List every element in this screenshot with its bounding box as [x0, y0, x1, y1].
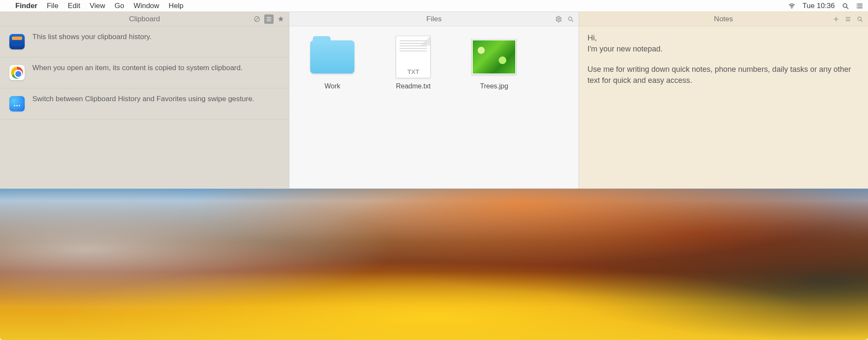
clipboard-title: Clipboard — [129, 15, 160, 23]
spotlight-search-icon[interactable] — [842, 2, 849, 10]
files-title: Files — [426, 15, 442, 23]
svg-line-2 — [846, 7, 848, 9]
notes-search-icon[interactable] — [855, 14, 865, 24]
files-body: Work TXT Readme.txt Trees.jpg — [289, 26, 578, 188]
wifi-status-icon[interactable] — [788, 2, 796, 10]
menubar-left: Finder File Edit View Go Window Help — [4, 2, 183, 10]
svg-point-0 — [791, 8, 792, 8]
notes-list-icon[interactable] — [843, 14, 853, 24]
notes-tools — [831, 12, 865, 26]
notification-center-icon[interactable] — [856, 2, 864, 10]
file-item-image[interactable]: Trees.jpg — [466, 37, 522, 90]
clipboard-pane: Clipboard This list shows your clipboard… — [0, 12, 289, 188]
svg-point-7 — [857, 6, 857, 6]
note-greeting: Hi, — [588, 34, 597, 42]
menu-help[interactable]: Help — [168, 2, 183, 10]
utility-shelf: Clipboard This list shows your clipboard… — [0, 12, 868, 189]
notes-body[interactable]: Hi, I'm your new notepad. Use me for wri… — [579, 26, 868, 188]
folder-icon — [309, 37, 356, 76]
clipboard-item-text: When you open an item, its content is co… — [32, 63, 243, 80]
clipboard-item[interactable]: Switch between Clipboard History and Fav… — [0, 88, 289, 119]
file-label: Readme.txt — [396, 82, 431, 90]
file-label: Trees.jpg — [480, 82, 508, 90]
files-settings-icon[interactable] — [554, 14, 563, 24]
clipboard-item-text: This list shows your clipboard history. — [32, 32, 151, 49]
svg-point-6 — [857, 3, 857, 4]
files-search-icon[interactable] — [566, 14, 575, 24]
file-item-text[interactable]: TXT Readme.txt — [385, 37, 441, 90]
chrome-app-icon — [9, 65, 25, 80]
svg-point-8 — [857, 7, 857, 8]
clipboard-body: This list shows your clipboard history. … — [0, 26, 289, 188]
svg-point-1 — [843, 3, 847, 7]
notes-pane: Notes Hi, I'm your new notepad. Use me f… — [579, 12, 868, 188]
notes-title: Notes — [714, 15, 733, 23]
files-grid: Work TXT Readme.txt Trees.jpg — [289, 26, 578, 101]
files-pane: Files Work — [289, 12, 578, 188]
clipboard-item[interactable]: This list shows your clipboard history. — [0, 26, 289, 57]
clipboard-header: Clipboard — [0, 12, 289, 26]
files-header: Files — [289, 12, 578, 26]
note-line: Hi, I'm your new notepad. — [588, 32, 859, 54]
macos-menubar: Finder File Edit View Go Window Help Tue… — [0, 0, 868, 12]
clipboard-list-view-icon[interactable] — [264, 14, 274, 24]
text-file-icon: TXT — [390, 37, 437, 76]
svg-line-10 — [255, 17, 259, 21]
menu-file[interactable]: File — [47, 2, 58, 10]
menu-go[interactable]: Go — [114, 2, 124, 10]
note-paragraph: Use me for writing down quick notes, pho… — [588, 64, 859, 86]
notes-add-icon[interactable] — [831, 14, 841, 24]
file-label: Work — [325, 82, 340, 90]
clipboard-favorites-icon[interactable] — [276, 14, 286, 24]
menu-window[interactable]: Window — [134, 2, 159, 10]
menu-view[interactable]: View — [90, 2, 106, 10]
note-intro: I'm your new notepad. — [588, 45, 663, 53]
clipboard-tools — [252, 12, 286, 26]
file-item-folder[interactable]: Work — [305, 37, 360, 90]
wallet-app-icon — [9, 34, 25, 49]
file-extension-badge: TXT — [396, 68, 430, 75]
svg-point-14 — [558, 18, 560, 20]
files-tools — [554, 12, 575, 26]
clipboard-item[interactable]: When you open an item, its content is co… — [0, 57, 289, 88]
desktop-wallpaper — [0, 189, 868, 340]
image-file-icon — [471, 37, 517, 76]
menubar-right: Tue 10:36 — [788, 2, 864, 10]
notes-header: Notes — [579, 12, 868, 26]
menu-edit[interactable]: Edit — [68, 2, 80, 10]
menubar-clock[interactable]: Tue 10:36 — [802, 2, 835, 10]
svg-point-22 — [858, 17, 861, 20]
svg-point-15 — [568, 17, 572, 20]
messages-app-icon — [9, 96, 25, 111]
clipboard-item-text: Switch between Clipboard History and Fav… — [32, 94, 254, 111]
clipboard-clear-icon[interactable] — [252, 14, 262, 24]
svg-line-23 — [861, 20, 862, 22]
active-app-name[interactable]: Finder — [15, 2, 37, 10]
svg-line-16 — [571, 20, 573, 22]
